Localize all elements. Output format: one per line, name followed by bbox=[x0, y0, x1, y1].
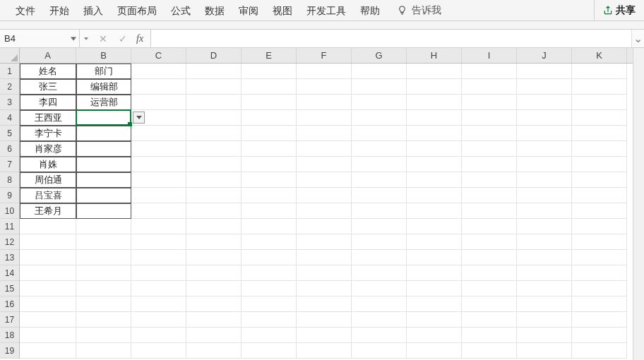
cell-D3[interactable] bbox=[186, 95, 242, 110]
cell-B4[interactable] bbox=[76, 110, 131, 126]
cell-A4[interactable]: 王西亚 bbox=[20, 110, 76, 126]
cell-H18[interactable] bbox=[407, 328, 462, 343]
cell-B1[interactable]: 部门 bbox=[76, 64, 131, 79]
row-header-15[interactable]: 15 bbox=[0, 281, 19, 296]
cell-I9[interactable] bbox=[462, 188, 517, 203]
cell-D17[interactable] bbox=[186, 312, 242, 328]
row-header-12[interactable]: 12 bbox=[0, 234, 19, 250]
cell-C15[interactable] bbox=[131, 281, 186, 296]
cell-K2[interactable] bbox=[572, 79, 627, 95]
cell-J11[interactable] bbox=[517, 219, 572, 234]
cell-C8[interactable] bbox=[131, 172, 186, 188]
cell-H5[interactable] bbox=[407, 126, 462, 141]
cell-D9[interactable] bbox=[186, 188, 242, 203]
cell-D12[interactable] bbox=[186, 234, 242, 250]
cell-A13[interactable] bbox=[20, 250, 76, 265]
cell-J5[interactable] bbox=[517, 126, 572, 141]
ribbon-tab-9[interactable]: 帮助 bbox=[353, 0, 387, 21]
cell-E1[interactable] bbox=[242, 64, 297, 79]
name-box-dropdown-icon[interactable] bbox=[71, 37, 76, 40]
cell-A3[interactable]: 李四 bbox=[20, 95, 76, 110]
cell-E3[interactable] bbox=[242, 95, 297, 110]
row-header-1[interactable]: 1 bbox=[0, 64, 19, 79]
cell-K18[interactable] bbox=[572, 328, 627, 343]
cell-H10[interactable] bbox=[407, 203, 462, 219]
cell-G19[interactable] bbox=[352, 343, 407, 359]
row-header-16[interactable]: 16 bbox=[0, 296, 19, 312]
cell-H6[interactable] bbox=[407, 141, 462, 157]
cell-I13[interactable] bbox=[462, 250, 517, 265]
cell-D11[interactable] bbox=[186, 219, 242, 234]
column-header-F[interactable]: F bbox=[297, 48, 352, 63]
row-header-10[interactable]: 10 bbox=[0, 203, 19, 219]
cell-J2[interactable] bbox=[517, 79, 572, 95]
cell-K6[interactable] bbox=[572, 141, 627, 157]
cell-A6[interactable]: 肖家彦 bbox=[20, 141, 76, 157]
ribbon-tab-0[interactable]: 文件 bbox=[8, 0, 42, 21]
cell-B18[interactable] bbox=[76, 328, 131, 343]
cell-B16[interactable] bbox=[76, 296, 131, 312]
cell-A5[interactable]: 李宁卡 bbox=[20, 126, 76, 141]
cell-K4[interactable] bbox=[572, 110, 627, 126]
cell-H8[interactable] bbox=[407, 172, 462, 188]
cells-area[interactable]: 姓名部门张三编辑部李四运营部王西亚李宁卡肖家彦肖姝周伯通吕宝喜王希月 bbox=[20, 64, 644, 360]
cell-K14[interactable] bbox=[572, 265, 627, 281]
ribbon-tab-8[interactable]: 开发工具 bbox=[299, 0, 353, 21]
cell-E16[interactable] bbox=[242, 296, 297, 312]
cell-D2[interactable] bbox=[186, 79, 242, 95]
cell-I7[interactable] bbox=[462, 157, 517, 172]
column-header-I[interactable]: I bbox=[462, 48, 517, 63]
cell-E11[interactable] bbox=[242, 219, 297, 234]
cell-G13[interactable] bbox=[352, 250, 407, 265]
cell-F2[interactable] bbox=[297, 79, 352, 95]
select-all-corner[interactable] bbox=[0, 48, 20, 64]
cell-G14[interactable] bbox=[352, 265, 407, 281]
cell-F10[interactable] bbox=[297, 203, 352, 219]
cell-J4[interactable] bbox=[517, 110, 572, 126]
cell-H17[interactable] bbox=[407, 312, 462, 328]
cell-C2[interactable] bbox=[131, 79, 186, 95]
cell-A15[interactable] bbox=[20, 281, 76, 296]
cell-D4[interactable] bbox=[186, 110, 242, 126]
cell-B6[interactable] bbox=[76, 141, 131, 157]
cell-A8[interactable]: 周伯通 bbox=[20, 172, 76, 188]
row-header-13[interactable]: 13 bbox=[0, 250, 19, 265]
cell-G8[interactable] bbox=[352, 172, 407, 188]
cell-J1[interactable] bbox=[517, 64, 572, 79]
ribbon-tab-5[interactable]: 数据 bbox=[198, 0, 232, 21]
cell-B9[interactable] bbox=[76, 188, 131, 203]
cell-K1[interactable] bbox=[572, 64, 627, 79]
cell-F16[interactable] bbox=[297, 296, 352, 312]
cell-B14[interactable] bbox=[76, 265, 131, 281]
cell-C1[interactable] bbox=[131, 64, 186, 79]
cell-C16[interactable] bbox=[131, 296, 186, 312]
cell-K9[interactable] bbox=[572, 188, 627, 203]
cell-G6[interactable] bbox=[352, 141, 407, 157]
row-header-6[interactable]: 6 bbox=[0, 141, 19, 157]
cell-B15[interactable] bbox=[76, 281, 131, 296]
column-header-D[interactable]: D bbox=[186, 48, 242, 63]
cell-F12[interactable] bbox=[297, 234, 352, 250]
cell-A10[interactable]: 王希月 bbox=[20, 203, 76, 219]
cell-F4[interactable] bbox=[297, 110, 352, 126]
column-header-A[interactable]: A bbox=[20, 48, 76, 63]
cell-G4[interactable] bbox=[352, 110, 407, 126]
cell-C17[interactable] bbox=[131, 312, 186, 328]
cell-G11[interactable] bbox=[352, 219, 407, 234]
cell-I14[interactable] bbox=[462, 265, 517, 281]
cell-E9[interactable] bbox=[242, 188, 297, 203]
row-header-18[interactable]: 18 bbox=[0, 328, 19, 343]
cell-H7[interactable] bbox=[407, 157, 462, 172]
cell-G16[interactable] bbox=[352, 296, 407, 312]
cell-C10[interactable] bbox=[131, 203, 186, 219]
cell-A19[interactable] bbox=[20, 343, 76, 359]
cell-I8[interactable] bbox=[462, 172, 517, 188]
cell-J10[interactable] bbox=[517, 203, 572, 219]
cell-D16[interactable] bbox=[186, 296, 242, 312]
cell-B13[interactable] bbox=[76, 250, 131, 265]
cell-I4[interactable] bbox=[462, 110, 517, 126]
cell-I2[interactable] bbox=[462, 79, 517, 95]
cell-J16[interactable] bbox=[517, 296, 572, 312]
cell-G1[interactable] bbox=[352, 64, 407, 79]
cell-I5[interactable] bbox=[462, 126, 517, 141]
